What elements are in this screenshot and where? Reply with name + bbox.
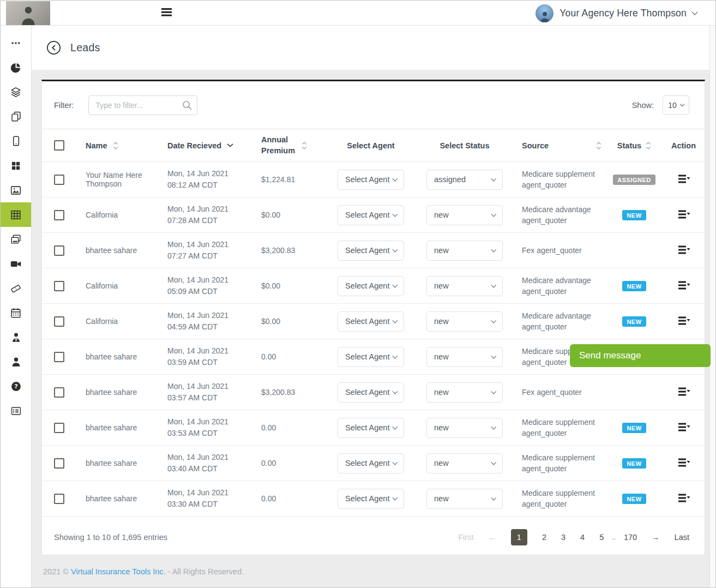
sidebar-item-users[interactable] xyxy=(1,350,31,374)
agent-select[interactable]: Select Agent xyxy=(338,311,404,332)
table-icon xyxy=(10,209,22,221)
chevron-down-icon xyxy=(680,102,684,106)
row-actions-button[interactable] xyxy=(677,209,690,219)
menu-toggle-button[interactable] xyxy=(161,8,172,18)
row-actions-button[interactable] xyxy=(677,387,690,397)
sidebar-item-media[interactable] xyxy=(1,178,31,202)
filter-input[interactable] xyxy=(88,95,197,115)
pagination-page-1[interactable]: 1 xyxy=(511,529,527,545)
actions-menu-icon xyxy=(677,493,690,503)
lead-date: Mon, 14 Jun 202103:30 AM CDT xyxy=(157,481,250,517)
agent-select[interactable]: Select Agent xyxy=(338,489,404,509)
header-date-received[interactable]: Date Recieved xyxy=(157,129,250,162)
page-size-select[interactable]: 10 xyxy=(663,95,689,115)
status-select[interactable]: new xyxy=(426,382,503,403)
agent-select[interactable]: Select Agent xyxy=(338,205,404,225)
row-checkbox[interactable] xyxy=(54,210,64,220)
pagination-bar: Showing 1 to 10 of 1,695 entries First ←… xyxy=(42,517,705,557)
status-select[interactable]: new xyxy=(426,241,503,261)
lead-name: bhartee sahare xyxy=(75,375,157,410)
sidebar-item-gallery[interactable] xyxy=(1,227,31,251)
row-actions-button[interactable] xyxy=(677,458,690,467)
agent-select[interactable]: Select Agent xyxy=(338,241,404,261)
sidebar-item-more[interactable] xyxy=(1,31,31,55)
sidebar-item-tickets[interactable] xyxy=(1,276,31,301)
pagination-page-5[interactable]: 5 xyxy=(599,533,604,542)
row-checkbox[interactable] xyxy=(54,281,64,291)
sidebar-item-videos[interactable] xyxy=(1,251,31,276)
status-select[interactable]: new xyxy=(426,453,503,473)
back-button[interactable] xyxy=(46,40,61,55)
row-checkbox[interactable] xyxy=(54,175,64,185)
agency-logo[interactable] xyxy=(6,1,50,25)
row-checkbox[interactable] xyxy=(54,352,64,362)
row-actions-button[interactable] xyxy=(677,316,690,326)
chevron-down-icon xyxy=(491,318,496,323)
row-actions-button[interactable] xyxy=(677,174,690,184)
header-annual-premium[interactable]: Annual Premium xyxy=(250,129,324,162)
status-select[interactable]: new xyxy=(426,347,503,367)
footer-company-link[interactable]: Virtual Insurance Tools Inc. xyxy=(71,567,166,576)
sidebar-item-pages[interactable] xyxy=(1,104,31,129)
row-checkbox[interactable] xyxy=(54,245,64,256)
row-checkbox[interactable] xyxy=(54,423,64,433)
row-checkbox[interactable] xyxy=(54,494,64,504)
header-status[interactable]: Status xyxy=(607,129,661,162)
lead-source: Fex agent_quoter xyxy=(512,233,607,268)
lead-premium: 0.00 xyxy=(250,410,324,446)
sidebar-item-agents[interactable] xyxy=(1,325,31,350)
sidebar-item-help[interactable]: ? xyxy=(1,374,31,399)
agent-select[interactable]: Select Agent xyxy=(338,347,404,367)
row-actions-button[interactable] xyxy=(677,493,690,503)
row-checkbox[interactable] xyxy=(54,387,64,398)
sidebar-item-leads[interactable] xyxy=(1,202,31,227)
ticket-icon xyxy=(10,283,22,295)
lead-premium: $1,224.81 xyxy=(250,162,324,197)
status-select[interactable]: new xyxy=(426,311,503,332)
pagination-page-4[interactable]: 4 xyxy=(580,533,585,542)
row-checkbox[interactable] xyxy=(54,458,64,469)
actions-menu-icon xyxy=(677,387,690,397)
status-select[interactable]: new xyxy=(426,205,503,225)
agent-select[interactable]: Select Agent xyxy=(338,170,404,190)
lead-date: Mon, 14 Jun 202107:27 AM CDT xyxy=(157,233,250,268)
scrollbar-track[interactable] xyxy=(709,26,715,587)
sidebar-item-forms[interactable] xyxy=(1,399,31,423)
agent-select[interactable]: Select Agent xyxy=(338,382,404,403)
sidebar-item-dashboard[interactable] xyxy=(1,55,31,80)
header-source[interactable]: Source xyxy=(512,129,607,162)
header-name[interactable]: Name xyxy=(75,129,157,162)
pagination-page-2[interactable]: 2 xyxy=(542,533,546,542)
sidebar-item-calendar[interactable] xyxy=(1,301,31,325)
row-actions-button[interactable] xyxy=(677,245,690,255)
user-menu[interactable]: Your Agency Here Thompson xyxy=(536,4,697,22)
agent-select[interactable]: Select Agent xyxy=(338,276,404,296)
row-actions-button[interactable] xyxy=(677,422,690,432)
agent-select[interactable]: Select Agent xyxy=(338,453,404,473)
agent-select[interactable]: Select Agent xyxy=(338,418,404,438)
status-select[interactable]: new xyxy=(426,276,503,296)
row-actions-button[interactable] xyxy=(677,280,690,290)
pagination-next[interactable]: → xyxy=(652,533,660,542)
status-select[interactable]: new xyxy=(426,489,503,509)
grid-icon xyxy=(10,160,21,171)
chevron-down-icon xyxy=(491,424,496,429)
sidebar-item-layers[interactable] xyxy=(1,80,31,104)
send-message-button[interactable]: Send message xyxy=(570,344,711,367)
pagination-last[interactable]: Last xyxy=(675,533,689,542)
sidebar: ? xyxy=(1,26,32,587)
chevron-down-icon xyxy=(491,353,496,358)
lead-name: bhartee sahare xyxy=(75,446,157,481)
sidebar-item-mobile[interactable] xyxy=(1,129,31,153)
status-badge: NEW xyxy=(622,494,646,504)
status-select[interactable]: assigned xyxy=(426,170,503,190)
chevron-down-icon xyxy=(392,495,397,500)
sidebar-item-modules[interactable] xyxy=(1,153,31,178)
select-all-checkbox[interactable] xyxy=(54,140,64,151)
footer: 2021 © Virtual Insurance Tools Inc. - Al… xyxy=(43,567,244,576)
pagination-page-3[interactable]: 3 xyxy=(561,533,565,542)
status-badge: NEW xyxy=(622,316,646,327)
pagination-page-170[interactable]: 170 xyxy=(624,533,637,542)
row-checkbox[interactable] xyxy=(54,316,64,327)
status-select[interactable]: new xyxy=(426,418,503,438)
